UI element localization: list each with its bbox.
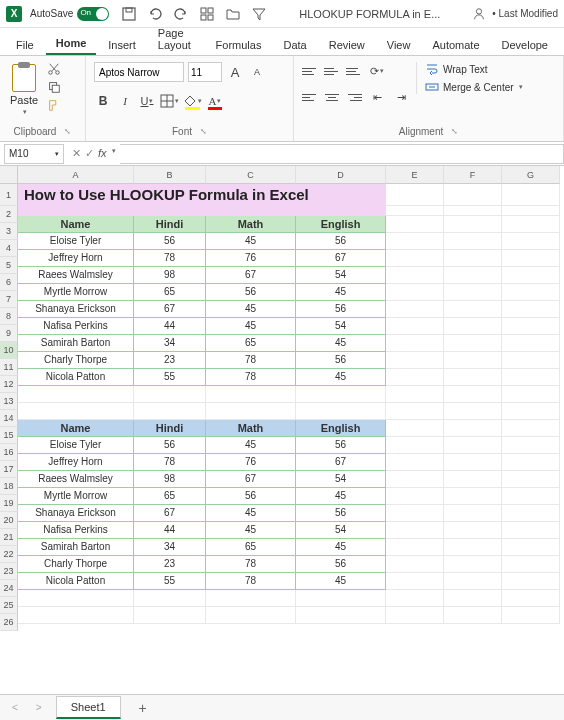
dialog-launcher-icon[interactable]: ⤡ bbox=[451, 127, 458, 136]
align-middle-icon[interactable] bbox=[324, 64, 340, 78]
tab-automate[interactable]: Automate bbox=[422, 33, 489, 55]
cell[interactable] bbox=[386, 335, 444, 352]
column-header[interactable]: D bbox=[296, 166, 386, 184]
tab-page-layout[interactable]: Page Layout bbox=[148, 21, 204, 55]
wrap-text-button[interactable]: Wrap Text bbox=[425, 62, 523, 76]
row-header[interactable]: 20 bbox=[0, 512, 18, 529]
align-top-icon[interactable] bbox=[302, 64, 318, 78]
cell[interactable] bbox=[206, 590, 296, 607]
align-left-icon[interactable] bbox=[302, 90, 318, 104]
dialog-launcher-icon[interactable]: ⤡ bbox=[200, 127, 207, 136]
cell[interactable]: 45 bbox=[296, 335, 386, 352]
cell[interactable]: 67 bbox=[296, 454, 386, 471]
row-header[interactable]: 5 bbox=[0, 257, 18, 274]
row-header[interactable]: 7 bbox=[0, 291, 18, 308]
cell[interactable] bbox=[386, 386, 444, 403]
cell[interactable] bbox=[444, 556, 502, 573]
cell[interactable] bbox=[386, 556, 444, 573]
cell[interactable] bbox=[502, 335, 560, 352]
column-header[interactable]: E bbox=[386, 166, 444, 184]
cell[interactable] bbox=[444, 233, 502, 250]
row-header[interactable]: 26 bbox=[0, 614, 18, 631]
cell[interactable]: Nicola Patton bbox=[18, 573, 134, 590]
cell[interactable] bbox=[502, 607, 560, 624]
cell[interactable] bbox=[502, 539, 560, 556]
cell[interactable]: 45 bbox=[206, 233, 296, 250]
cell[interactable] bbox=[444, 420, 502, 437]
font-name-select[interactable] bbox=[94, 62, 184, 82]
cell[interactable]: 67 bbox=[206, 267, 296, 284]
cell[interactable]: 54 bbox=[296, 522, 386, 539]
cell[interactable]: 23 bbox=[134, 352, 206, 369]
tab-view[interactable]: View bbox=[377, 33, 421, 55]
cell[interactable] bbox=[134, 403, 206, 420]
cell[interactable] bbox=[18, 386, 134, 403]
cell[interactable] bbox=[134, 386, 206, 403]
row-header[interactable]: 1 bbox=[0, 184, 18, 206]
autosave-toggle[interactable]: AutoSave On bbox=[30, 7, 109, 21]
folder-icon[interactable] bbox=[225, 6, 241, 22]
row-header[interactable]: 18 bbox=[0, 478, 18, 495]
chevron-down-icon[interactable]: ▾ bbox=[112, 147, 116, 160]
chevron-down-icon[interactable]: ▾ bbox=[23, 108, 27, 116]
cell[interactable]: 78 bbox=[134, 454, 206, 471]
tab-data[interactable]: Data bbox=[273, 33, 316, 55]
add-sheet-button[interactable]: + bbox=[131, 698, 155, 718]
cell[interactable] bbox=[444, 522, 502, 539]
cell[interactable] bbox=[296, 403, 386, 420]
cell[interactable]: 56 bbox=[296, 437, 386, 454]
decrease-indent-icon[interactable]: ⇤ bbox=[368, 88, 386, 106]
cell[interactable]: Samirah Barton bbox=[18, 335, 134, 352]
cell[interactable] bbox=[502, 369, 560, 386]
user-icon[interactable] bbox=[472, 7, 486, 21]
cell[interactable]: Name bbox=[18, 216, 134, 233]
cell[interactable]: 98 bbox=[134, 471, 206, 488]
undo-icon[interactable] bbox=[147, 6, 163, 22]
merge-center-button[interactable]: Merge & Center▾ bbox=[425, 80, 523, 94]
cell[interactable] bbox=[206, 607, 296, 624]
cell[interactable]: Hindi bbox=[134, 420, 206, 437]
cell[interactable] bbox=[444, 437, 502, 454]
cell[interactable] bbox=[444, 403, 502, 420]
cell[interactable] bbox=[386, 301, 444, 318]
column-header[interactable]: G bbox=[502, 166, 560, 184]
cell[interactable] bbox=[444, 284, 502, 301]
cell[interactable]: Nafisa Perkins bbox=[18, 318, 134, 335]
cell[interactable] bbox=[386, 250, 444, 267]
row-header[interactable]: 13 bbox=[0, 393, 18, 410]
cell[interactable] bbox=[502, 386, 560, 403]
row-header[interactable]: 14 bbox=[0, 410, 18, 427]
cell[interactable] bbox=[386, 471, 444, 488]
cell[interactable]: 67 bbox=[134, 505, 206, 522]
spreadsheet-grid[interactable]: 1234567891011121314151617181920212223242… bbox=[0, 166, 564, 666]
cell[interactable]: 67 bbox=[206, 471, 296, 488]
cut-icon[interactable] bbox=[46, 62, 62, 76]
row-header[interactable]: 22 bbox=[0, 546, 18, 563]
cell[interactable]: 78 bbox=[206, 369, 296, 386]
row-header[interactable]: 10 bbox=[0, 342, 18, 359]
cell[interactable] bbox=[134, 607, 206, 624]
cell[interactable]: 55 bbox=[134, 573, 206, 590]
row-header[interactable]: 21 bbox=[0, 529, 18, 546]
cell[interactable] bbox=[444, 352, 502, 369]
row-header[interactable]: 24 bbox=[0, 580, 18, 597]
cell[interactable] bbox=[444, 454, 502, 471]
cell[interactable] bbox=[386, 420, 444, 437]
cell[interactable]: 45 bbox=[296, 284, 386, 301]
cell[interactable] bbox=[444, 607, 502, 624]
row-header[interactable]: 8 bbox=[0, 308, 18, 325]
cancel-formula-icon[interactable]: ✕ bbox=[72, 147, 81, 160]
cell[interactable]: 78 bbox=[134, 250, 206, 267]
cell[interactable] bbox=[386, 539, 444, 556]
cell[interactable]: 56 bbox=[296, 556, 386, 573]
cell[interactable] bbox=[444, 250, 502, 267]
cell[interactable] bbox=[502, 573, 560, 590]
cell[interactable]: 45 bbox=[296, 488, 386, 505]
cell[interactable] bbox=[386, 505, 444, 522]
cell[interactable] bbox=[386, 206, 444, 216]
cell[interactable] bbox=[444, 369, 502, 386]
underline-button[interactable]: U▾ bbox=[138, 92, 156, 110]
cell[interactable]: 45 bbox=[206, 522, 296, 539]
cell[interactable] bbox=[18, 607, 134, 624]
cell[interactable] bbox=[18, 590, 134, 607]
